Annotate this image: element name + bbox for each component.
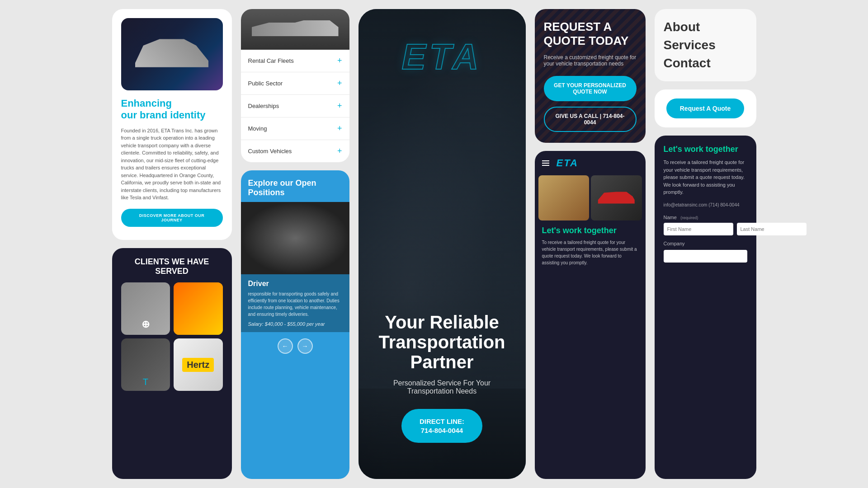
sp-content: Let's work together To receive a tailore… [535,221,646,272]
sp-image-grid [535,175,646,221]
accordion-rental-plus: + [337,56,342,66]
discover-button[interactable]: DISCOVER MORE ABOUT OUR JOURNEY [121,209,223,227]
jobs-image [241,202,349,274]
hero-subtitle: Personalized Service For Your Transporta… [372,379,512,395]
about-description: Founded in 2016, ETA Trans Inc. has grow… [121,127,223,202]
sp-header: ETA [535,151,646,175]
sp-image-red-car [591,175,642,221]
hamburger-line-2 [542,163,549,164]
hamburger-line-3 [542,165,549,166]
nav-about[interactable]: About [664,18,747,36]
form-title: Let's work together [664,145,747,154]
accordion-item-public[interactable]: Public Sector + [241,72,349,95]
accordion-custom-label: Custom Vehicles [248,148,292,155]
last-name-input[interactable] [737,223,807,235]
column-2: Rental Car Fleets + Public Sector + Deal… [241,9,349,479]
accordion-dealerships-label: Dealerships [248,103,279,109]
direct-line-label: DIRECT LINE: [420,418,464,425]
accordion-public-plus: + [337,79,342,88]
column-3-hero: ETA Your Reliable Transportation Partner… [359,9,526,479]
hamburger-line-1 [542,160,549,161]
client-cell-hertz: Hertz [174,338,223,391]
hero-content: Your Reliable Transportation Partner Per… [359,312,526,479]
clients-card: CLIENTS WE HAVE SERVED ⊕ T Hertz [112,248,232,479]
eta-logo-hero: ETA [401,36,482,78]
accordion-item-custom[interactable]: Custom Vehicles + [241,140,349,162]
request-quote-button[interactable]: Request A Quote [666,99,745,118]
name-label: Name [664,215,677,220]
column-1: Enhancing our brand identity Founded in … [112,9,232,479]
accordion-rental-label: Rental Car Fleets [248,57,294,64]
hero-title: Your Reliable Transportation Partner [372,312,512,372]
clients-grid: ⊕ T Hertz [121,282,223,391]
accordion-moving-plus: + [337,124,342,133]
direct-line-button[interactable]: DIRECT LINE: 714-804-0044 [401,409,482,443]
accordion-item-moving[interactable]: Moving + [241,117,349,140]
sp-description: To receive a tailored freight quote for … [542,239,638,266]
accordion-public-label: Public Sector [248,80,283,87]
car-silhouette-image [131,33,212,76]
quote-title: REQUEST A QUOTE TODAY [544,20,637,48]
accordion-dealerships-plus: + [337,101,342,111]
request-quote-card: Request A Quote [655,89,756,127]
column-5: About Services Contact Request A Quote L… [655,9,756,479]
red-car-image [596,189,637,207]
clients-title: CLIENTS WE HAVE SERVED [121,257,223,276]
sp-logo: ETA [557,157,578,169]
name-field-wrapper: Name (required) [664,213,747,221]
accordion-moving-label: Moving [248,125,267,132]
nav-card: About Services Contact [655,9,756,81]
sp-image-canyon [538,175,590,221]
accordion-item-rental[interactable]: Rental Car Fleets + [241,50,349,72]
driver-salary: Salary: $40,000 - $55,000 per year [248,321,342,327]
services-hero-image [241,9,349,50]
carousel-prev-button[interactable]: ← [278,338,293,354]
call-button[interactable]: GIVE US A CALL | 714-804-0044 [544,107,637,132]
form-card: Let's work together To receive a tailore… [655,136,756,479]
client-cell-tesla: T [121,338,170,391]
truck-image [252,18,339,41]
about-card: Enhancing our brand identity Founded in … [112,9,232,240]
form-description: To receive a tailored freight quote for … [664,159,747,196]
sp-work-title: Let's work together [542,226,638,235]
carousel-next-button[interactable]: → [297,338,313,354]
about-hero-image [121,18,223,90]
client-cell-sports-car [174,282,223,335]
car-interior-image [241,202,349,274]
column-4: REQUEST A QUOTE TODAY Receive a customiz… [535,9,646,479]
eta-logo-text: ETA [401,36,482,78]
get-quote-button[interactable]: GET YOUR PERSONALIZED QUOTE NOW [544,76,637,101]
brand-title: Enhancing our brand identity [121,98,223,122]
driver-section: Driver responsible for transporting good… [241,274,349,332]
company-label: Company [664,241,747,246]
direct-phone-number: 714-804-0044 [421,427,463,434]
jobs-card: Explore our Open Positions Driver respon… [241,170,349,479]
client-cell-mercedes: ⊕ [121,282,170,335]
carousel-controls: ← → [241,332,349,360]
first-name-input[interactable] [664,223,733,235]
name-row [664,223,747,235]
driver-title: Driver [248,280,342,288]
tesla-icon: T [143,377,148,387]
jobs-title: Explore our Open Positions [241,170,349,202]
accordion-item-dealerships[interactable]: Dealerships + [241,95,349,117]
nav-contact[interactable]: Contact [664,54,747,72]
services-phone-card: ETA Let's work together To receive a tai… [535,151,646,479]
company-input[interactable] [664,250,747,263]
driver-description: responsible for transporting goods safel… [248,291,342,318]
hertz-logo: Hertz [182,358,214,372]
nav-services[interactable]: Services [664,36,747,54]
accordion-custom-plus: + [337,146,342,156]
form-email-contact: info@etatransinc.com (714) 804-0044 [664,202,747,207]
required-tag: (required) [680,216,698,220]
hero-phone: ETA Your Reliable Transportation Partner… [359,9,526,479]
quote-description: Receive a customized freight quote for y… [544,54,637,67]
hamburger-icon[interactable] [542,160,549,166]
services-accordion-card: Rental Car Fleets + Public Sector + Deal… [241,9,349,162]
quote-card: REQUEST A QUOTE TODAY Receive a customiz… [535,9,646,143]
